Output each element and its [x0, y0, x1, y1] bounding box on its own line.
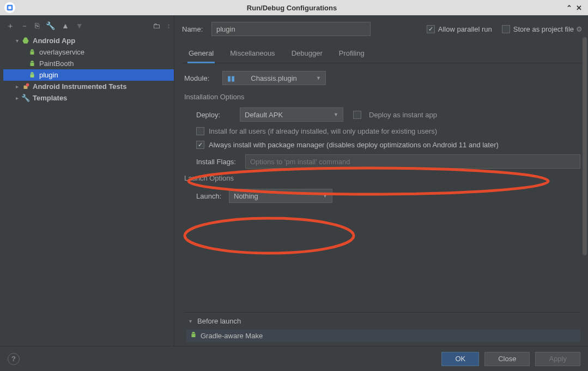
svg-rect-1 — [8, 6, 11, 9]
android-icon — [21, 37, 31, 45]
chevron-right-icon: ▸ — [13, 83, 21, 89]
before-launch-section: ▾ Before launch Gradle-aware Make — [184, 312, 580, 342]
sort-icon: ↕ — [167, 22, 171, 29]
chevron-down-icon: ▼ — [334, 112, 338, 117]
wrench-icon[interactable]: 🔧 — [46, 22, 55, 29]
tree-label: Android App — [33, 37, 75, 45]
ok-button[interactable]: OK — [441, 352, 479, 366]
module-combo[interactable]: ▮▮ Chassis.plugin ▼ — [222, 71, 326, 85]
module-label: Module: — [184, 74, 222, 82]
combo-value: Chassis.plugin — [251, 74, 297, 82]
chevron-down-icon: ▾ — [186, 318, 194, 324]
name-label: Name: — [182, 25, 211, 33]
checkbox-label: Always install with package manager (dis… — [209, 141, 499, 149]
gradle-icon — [190, 331, 197, 340]
sidebar-toolbar: ＋ － ⎘ 🔧 ▲ ▼ 🗀 ↕ — [3, 20, 174, 35]
wrench-icon: 🔧 — [21, 94, 31, 102]
tree-node-templates[interactable]: ▸ 🔧 Templates — [3, 92, 174, 104]
always-package-manager-checkbox[interactable]: Always install with package manager (dis… — [196, 141, 580, 149]
checkbox-label: Install for all users (if already instal… — [209, 127, 437, 135]
close-button[interactable]: Close — [484, 352, 530, 366]
tab-miscellaneous[interactable]: Miscellaneous — [229, 46, 276, 63]
install-flags-label: Install Flags: — [196, 158, 245, 166]
chevron-down-icon: ▼ — [316, 75, 321, 81]
launch-combo[interactable]: Nothing ▼ — [229, 189, 332, 203]
tree-label: overlayservice — [39, 48, 84, 56]
tree-node-instrumented[interactable]: ▸ Android Instrumented Tests — [3, 81, 174, 92]
tab-profiling[interactable]: Profiling — [338, 46, 366, 63]
tree-item-paintbooth[interactable]: PaintBooth — [3, 58, 174, 69]
tree-node-android-app[interactable]: ▾ Android App — [3, 35, 174, 46]
right-scrollbar[interactable] — [581, 15, 588, 346]
tree-item-overlayservice[interactable]: overlayservice — [3, 46, 174, 58]
test-icon — [21, 83, 31, 91]
chevron-down-icon: ▾ — [13, 38, 21, 44]
deploy-label: Deploy: — [196, 111, 240, 119]
window-close-icon[interactable]: ✕ — [574, 4, 584, 12]
checkbox-label: Allow parallel run — [438, 25, 492, 33]
config-tabs: General Miscellaneous Debugger Profiling — [182, 46, 583, 63]
android-icon — [27, 71, 37, 79]
module-folder-icon: ▮▮ — [227, 74, 235, 82]
chevron-down-icon: ▼ — [323, 193, 328, 199]
before-launch-item[interactable]: Gradle-aware Make — [186, 330, 580, 342]
add-icon[interactable]: ＋ — [7, 22, 14, 29]
tree-label: plugin — [39, 71, 58, 79]
installation-options-title: Installation Options — [184, 93, 580, 101]
android-icon — [27, 60, 37, 68]
tree-label: Templates — [33, 94, 67, 102]
before-launch-label: Gradle-aware Make — [201, 332, 263, 340]
section-label: Before launch — [197, 317, 241, 325]
combo-value: Nothing — [234, 192, 258, 200]
remove-icon[interactable]: － — [21, 22, 28, 29]
configurations-sidebar: ＋ － ⎘ 🔧 ▲ ▼ 🗀 ↕ ▾ Android App overlayser… — [0, 15, 174, 346]
config-editor: Name: Allow parallel run Store as projec… — [174, 15, 588, 346]
dialog-footer: ? OK Close Apply — [0, 346, 588, 371]
checkbox-label: Store as project file — [513, 25, 574, 33]
down-icon: ▼ — [76, 22, 83, 29]
config-tree: ▾ Android App overlayservice PaintBooth … — [3, 35, 174, 104]
window-minimize-icon[interactable]: ⌃ — [564, 4, 574, 12]
tree-label: PaintBooth — [39, 59, 74, 68]
deploy-instant-checkbox[interactable]: Deploy as instant app — [353, 111, 437, 119]
window-title: Run/Debug Configurations — [20, 4, 564, 12]
chevron-right-icon: ▸ — [13, 95, 21, 101]
deploy-combo[interactable]: Default APK ▼ — [240, 107, 343, 122]
tab-general[interactable]: General — [187, 46, 215, 63]
android-icon — [27, 49, 37, 56]
copy-icon[interactable]: ⎘ — [35, 22, 39, 29]
tab-debugger[interactable]: Debugger — [290, 46, 324, 63]
install-all-users-checkbox[interactable]: Install for all users (if already instal… — [196, 127, 580, 135]
svg-point-2 — [26, 83, 29, 86]
apply-button[interactable]: Apply — [535, 352, 580, 366]
launch-label: Launch: — [196, 192, 229, 200]
window-title-bar: Run/Debug Configurations ⌃ ✕ — [0, 0, 588, 15]
store-project-checkbox[interactable]: Store as project file — [502, 25, 574, 33]
folder-icon[interactable]: 🗀 — [153, 22, 160, 29]
up-icon[interactable]: ▲ — [62, 22, 69, 29]
tree-label: Android Instrumented Tests — [33, 82, 126, 91]
launch-options-title: Launch Options — [184, 174, 580, 182]
name-input[interactable] — [211, 22, 371, 36]
help-button[interactable]: ? — [8, 353, 20, 365]
app-icon — [4, 2, 15, 13]
install-flags-input[interactable] — [245, 154, 580, 169]
combo-value: Default APK — [245, 111, 283, 119]
checkbox-label: Deploy as instant app — [369, 111, 437, 119]
allow-parallel-checkbox[interactable]: Allow parallel run — [427, 25, 492, 33]
before-launch-toggle[interactable]: ▾ Before launch — [186, 317, 580, 325]
tree-item-plugin[interactable]: plugin — [3, 69, 174, 81]
